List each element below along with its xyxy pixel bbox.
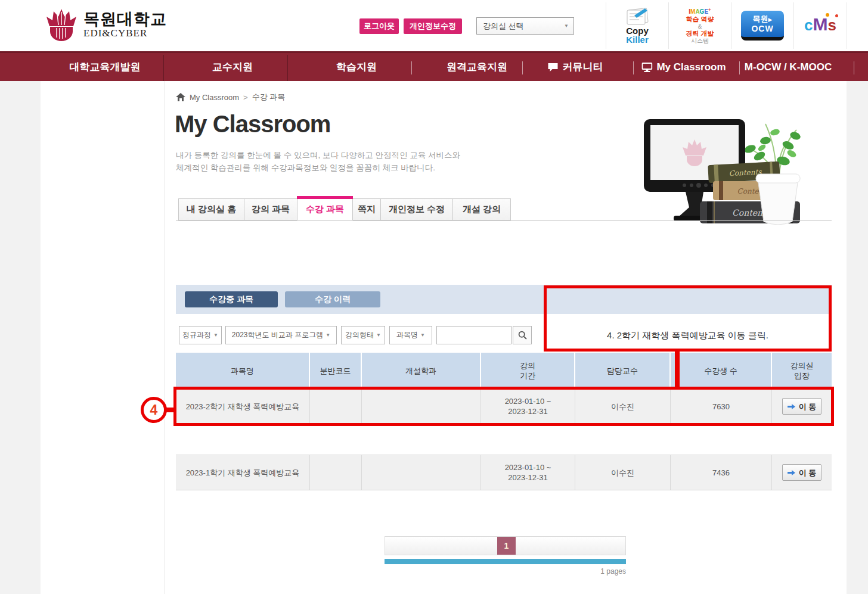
ocw-tv-icon: 목원▶ OCW (741, 11, 784, 41)
tab-notes[interactable]: 쪽지 (352, 198, 381, 220)
progress-bar (385, 559, 626, 564)
annotation-step-box: 4. 2학기 재학생 폭력예방교육 이동 클릭. (544, 285, 832, 352)
image-plus-line2: & (698, 23, 702, 30)
col-header-class-code: 분반코드 (310, 353, 362, 388)
mokwon-my-classroom-page: 목원대학교 EDI&CYBER 로그아웃 개인정보수정 강의실 선택 ▼ Cop… (0, 0, 868, 594)
nav-item-community[interactable]: 커뮤니티 (548, 53, 603, 81)
site-header: 목원대학교 EDI&CYBER 로그아웃 개인정보수정 강의실 선택 ▼ Cop… (0, 0, 868, 51)
cell-enter: 이 동 (772, 455, 832, 490)
tab-my-classroom-home[interactable]: 내 강의실 홈 (178, 198, 244, 220)
nav-item-learning-support[interactable]: 학습지원 (336, 53, 377, 81)
search-icon (518, 331, 527, 340)
subject-field-select[interactable]: 과목명▼ (389, 326, 432, 344)
divider (176, 220, 832, 221)
divider (739, 61, 740, 74)
nav-item-professor-support[interactable]: 교수지원 (212, 53, 253, 81)
monitor-icon (641, 63, 652, 72)
classroom-illustration: Contents Contents Contents (643, 114, 822, 228)
image-plus-line4: 시스템 (691, 38, 709, 45)
annotation-step-number: 4 (150, 402, 158, 418)
col-header-enter: 강의실입장 (772, 353, 832, 388)
copykiller-document-icon (624, 7, 651, 25)
cms-link[interactable]: cMs (794, 0, 847, 51)
chevron-down-icon: ▼ (376, 332, 381, 338)
divider (163, 55, 164, 81)
search-input[interactable] (436, 326, 512, 344)
mokwon-ocw-link[interactable]: 목원▶ OCW (731, 0, 793, 51)
cell-department (362, 455, 481, 490)
cms-dot-orange (826, 13, 829, 17)
annotation-connector-vertical (675, 349, 680, 390)
tab-lecture-subjects[interactable]: 강의 과목 (244, 198, 297, 220)
ocw-line1: 목원 (753, 14, 768, 23)
ocw-line2: OCW (751, 24, 773, 33)
divider (854, 61, 854, 74)
course-history-button[interactable]: 수강 이력 (285, 291, 380, 307)
cms-logo: cMs (804, 15, 836, 36)
divider (522, 61, 523, 74)
copykiller-link[interactable]: Copy Killer (606, 0, 668, 51)
edit-personal-info-button[interactable]: 개인정보수정 (404, 18, 462, 34)
divider (633, 61, 634, 74)
page-title: My Classroom (175, 111, 330, 138)
cell-subject: 2023-1학기 재학생 폭력예방교육 (176, 455, 310, 490)
tab-opened-lectures[interactable]: 개설 강의 (452, 198, 511, 220)
copykiller-line1: Copy (626, 26, 649, 35)
copykiller-line2: Killer (626, 35, 649, 45)
cell-professor: 이수진 (575, 455, 671, 490)
col-header-period: 강의기간 (481, 353, 575, 388)
cell-period: 2023-01-10 ~2023-12-31 (481, 455, 575, 490)
logo-sub-name: EDI&CYBER (83, 27, 167, 39)
nav-item-mocw-kmooc[interactable]: M-OCW / K-MOOC (745, 53, 832, 81)
right-gutter (847, 81, 868, 594)
move-button[interactable]: 이 동 (782, 464, 822, 481)
main-navigation: 대학교육개발원 교수지원 학습지원 원격교육지원 커뮤니티 My Classro… (0, 51, 868, 81)
arrow-right-icon (788, 469, 795, 476)
nav-item-remote-edu-support[interactable]: 원격교육지원 (447, 53, 507, 81)
university-logo[interactable]: 목원대학교 EDI&CYBER (45, 8, 167, 42)
divider (164, 81, 165, 594)
col-header-professor: 담당교수 (575, 353, 671, 388)
divider (411, 61, 412, 74)
pages-label: 1 pages (385, 567, 626, 576)
image-plus-system-link[interactable]: IMAGE+ 학습 역량 & 경력 개발 시스템 (669, 0, 731, 51)
tulip-logo-icon (45, 8, 78, 42)
classroom-select-value: 강의실 선택 (483, 21, 524, 32)
annotation-row-box (173, 387, 834, 426)
chevron-down-icon: ▼ (213, 332, 218, 338)
image-plus-line1: 학습 역량 (686, 15, 714, 23)
annotation-step-text: 4. 2학기 재학생 폭력예방교육 이동 클릭. (547, 330, 829, 341)
divider (287, 55, 288, 81)
program-filter[interactable]: 2023학년도 비교과 프로그램▼ (225, 326, 337, 344)
active-tab-indicator (297, 196, 353, 199)
nav-item-my-classroom[interactable]: My Classroom (641, 53, 726, 81)
cms-dot-red (835, 14, 838, 17)
course-table-header: 과목명 분반코드 개설학과 강의기간 담당교수 수강생 수 강의실입장 (176, 353, 832, 388)
course-type-filter[interactable]: 정규과정▼ (179, 326, 222, 344)
search-button[interactable] (513, 326, 532, 344)
page-description-line1: 내가 등록한 강의를 한눈에 볼 수 있으며, 보다 다양하고 안정적인 교육 … (176, 149, 460, 161)
chat-icon (548, 63, 559, 72)
breadcrumb-root[interactable]: My Classroom (190, 93, 239, 102)
tab-enrolled-subjects[interactable]: 수강 과목 (297, 198, 353, 220)
image-plus-line3: 경력 개발 (686, 30, 714, 38)
col-header-department: 개설학과 (362, 353, 481, 388)
chevron-down-icon: ▼ (420, 332, 425, 338)
divider (847, 2, 847, 49)
logout-button[interactable]: 로그아웃 (359, 18, 399, 34)
classroom-select-dropdown[interactable]: 강의실 선택 ▼ (476, 17, 574, 35)
left-gutter (0, 81, 41, 594)
tab-edit-personal-info[interactable]: 개인정보 수정 (380, 198, 453, 220)
current-courses-button[interactable]: 수강중 과목 (185, 291, 278, 307)
page-number-button[interactable]: 1 (497, 537, 516, 555)
home-icon (176, 93, 185, 101)
lecture-type-filter[interactable]: 강의형태▼ (341, 326, 385, 344)
annotation-step-circle: 4 (141, 397, 167, 423)
col-header-student-count: 수강생 수 (671, 353, 772, 388)
breadcrumb-separator: > (243, 93, 248, 102)
chevron-down-icon: ▼ (564, 23, 569, 29)
play-icon: ▶ (768, 17, 773, 23)
image-plus-title: IMAGE+ (689, 7, 711, 15)
cell-class-code (310, 455, 362, 490)
nav-item-edu-dev[interactable]: 대학교육개발원 (70, 53, 141, 81)
